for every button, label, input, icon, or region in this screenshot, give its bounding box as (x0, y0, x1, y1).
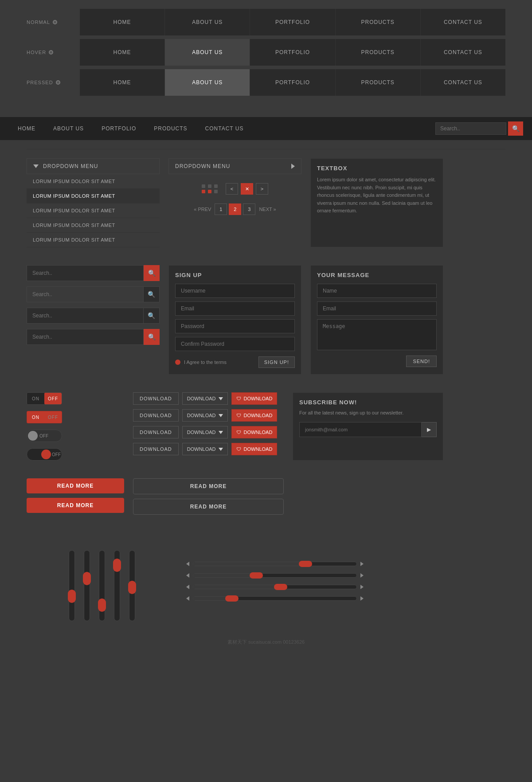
dl-btn-1-2[interactable]: DOWNLOAD (182, 392, 228, 405)
search-button-1[interactable]: 🔍 (144, 265, 160, 281)
v-slider-thumb-4[interactable] (113, 559, 121, 572)
h-slider-thumb-4[interactable] (225, 595, 239, 602)
h-slider-left-arrow-2[interactable] (186, 573, 189, 578)
dropdown-item-1-3[interactable]: LORUM IPSUM DOLOR SIT AMET (27, 203, 160, 218)
full-nav-about[interactable]: ABOUT US (44, 117, 93, 140)
v-slider-4[interactable] (114, 550, 120, 621)
h-slider-right-arrow-1[interactable] (360, 562, 364, 566)
dropdown-item-1-5[interactable]: LORUM IPSUM DOLOR SIT AMET (27, 233, 160, 247)
dl-btn-1-1[interactable]: DOWNLOAD (133, 392, 179, 405)
full-nav-portfolio[interactable]: PORTFOLIO (93, 117, 145, 140)
h-slider-right-arrow-2[interactable] (360, 573, 364, 578)
nav-item-products-normal[interactable]: PRODUCTS (336, 9, 421, 35)
full-nav-home[interactable]: HOME (9, 117, 44, 140)
message-name-field[interactable] (317, 284, 437, 298)
nav-item-portfolio-normal[interactable]: PORTFOLIO (250, 9, 335, 35)
read-more-btn-red-2[interactable]: READ MORE (27, 498, 124, 513)
signup-email-field[interactable] (175, 301, 295, 316)
nav-item-about-normal[interactable]: ABOUT US (165, 9, 250, 35)
message-email-field[interactable] (317, 301, 437, 316)
message-textarea[interactable] (317, 319, 437, 350)
page-2-btn[interactable]: 2 (229, 203, 241, 215)
dl-btn-4-2[interactable]: DOWNLOAD (182, 443, 228, 455)
v-slider-thumb-1[interactable] (68, 590, 76, 603)
nav-item-home-pressed[interactable]: HOME (80, 69, 165, 96)
toggle-1[interactable]: ON OFF (27, 392, 62, 405)
search-input-3[interactable] (27, 308, 144, 324)
nav-item-home-normal[interactable]: HOME (80, 9, 165, 35)
nav-item-contact-hover[interactable]: CONTACT US (421, 39, 505, 66)
pg-right-arrow[interactable]: > (256, 183, 268, 195)
search-button-3[interactable]: 🔍 (144, 308, 160, 324)
subscribe-email-input[interactable] (299, 422, 422, 437)
search-input-4[interactable] (27, 329, 144, 345)
dl-btn-2-3[interactable]: 🛡 DOWNLOAD (231, 409, 278, 422)
dl-btn-1-3[interactable]: 🛡 DOWNLOAD (231, 392, 278, 405)
page-1-btn[interactable]: 1 (215, 203, 227, 215)
prev-label[interactable]: « PREV (192, 207, 213, 212)
h-slider-thumb-3[interactable] (274, 584, 287, 590)
nav-item-products-pressed[interactable]: PRODUCTS (336, 69, 421, 96)
nav-item-portfolio-hover[interactable]: PORTFOLIO (250, 39, 335, 66)
v-slider-thumb-5[interactable] (128, 581, 136, 594)
dropdown-header-2[interactable]: DROPDOWN MENU (168, 158, 301, 174)
pg-left-arrow[interactable]: < (226, 183, 238, 195)
signup-password-field[interactable] (175, 319, 295, 333)
nav-item-home-hover[interactable]: HOME (80, 39, 165, 66)
signup-button[interactable]: SIGN UP! (258, 356, 295, 368)
nav-item-about-pressed[interactable]: ABOUT US (165, 69, 250, 96)
toggle-pill-2[interactable]: OFF (27, 448, 62, 461)
full-nav-contact[interactable]: CONTACT US (196, 117, 253, 140)
v-slider-thumb-3[interactable] (98, 598, 106, 612)
dl-btn-2-2[interactable]: DOWNLOAD (182, 409, 228, 422)
read-more-btn-dark-2[interactable]: READ MORE (133, 499, 284, 515)
send-button[interactable]: SEND! (406, 356, 437, 367)
dl-btn-2-1[interactable]: DOWNLOAD (133, 409, 179, 422)
v-slider-thumb-2[interactable] (83, 572, 91, 585)
v-slider-2[interactable] (84, 550, 90, 621)
v-slider-5[interactable] (129, 550, 135, 621)
h-slider-thumb-2[interactable] (250, 572, 263, 579)
nav-item-about-hover[interactable]: ABOUT US (165, 39, 250, 66)
dropdown-item-1-1[interactable]: LORUM IPSUM DOLOR SIT AMET (27, 174, 160, 189)
next-label[interactable]: NEXT » (257, 207, 278, 212)
dl-btn-4-3[interactable]: 🛡 DOWNLOAD (231, 443, 278, 455)
dropdown-item-1-4[interactable]: LORUM IPSUM DOLOR SIT AMET (27, 218, 160, 233)
nav-item-portfolio-pressed[interactable]: PORTFOLIO (250, 69, 335, 96)
dl-btn-4-1[interactable]: DOWNLOAD (133, 443, 179, 455)
page-3-btn[interactable]: 3 (243, 203, 255, 215)
signup-confirm-field[interactable] (175, 337, 295, 351)
full-nav-products[interactable]: PRODUCTS (145, 117, 196, 140)
h-slider-left-arrow-4[interactable] (186, 596, 189, 601)
nav-item-products-hover[interactable]: PRODUCTS (336, 39, 421, 66)
h-slider-track-1[interactable] (193, 562, 357, 566)
full-nav-search-button[interactable]: 🔍 (508, 121, 523, 136)
search-input-2[interactable] (27, 286, 144, 302)
h-slider-track-4[interactable] (193, 596, 357, 601)
h-slider-right-arrow-3[interactable] (360, 585, 364, 589)
dl-btn-3-3[interactable]: 🛡 DOWNLOAD (231, 426, 278, 438)
dl-btn-3-2[interactable]: DOWNLOAD (182, 426, 228, 438)
search-button-4[interactable]: 🔍 (144, 329, 160, 345)
dl-btn-3-1[interactable]: DOWNLOAD (133, 426, 179, 438)
h-slider-thumb-1[interactable] (299, 561, 312, 567)
search-button-2[interactable]: 🔍 (144, 286, 160, 302)
h-slider-left-arrow-1[interactable] (186, 562, 189, 566)
dropdown-item-1-2[interactable]: LORUM IPSUM DOLOR SIT AMET (27, 189, 160, 203)
nav-item-contact-normal[interactable]: CONTACT US (421, 9, 505, 35)
read-more-btn-dark-1[interactable]: READ MORE (133, 478, 284, 494)
dropdown-header-1[interactable]: DROPDOWN MENU (27, 158, 160, 174)
h-slider-left-arrow-3[interactable] (186, 585, 189, 589)
read-more-btn-red-1[interactable]: READ MORE (27, 478, 124, 493)
h-slider-right-arrow-4[interactable] (360, 596, 364, 601)
search-input-1[interactable] (27, 265, 144, 281)
v-slider-1[interactable] (69, 550, 75, 621)
subscribe-button[interactable]: ▶ (422, 422, 437, 437)
toggle-2[interactable]: ON OFF (27, 411, 62, 423)
toggle-pill-1[interactable]: OFF (27, 430, 62, 442)
full-nav-search-input[interactable] (435, 122, 506, 135)
h-slider-track-2[interactable] (193, 573, 357, 578)
v-slider-3[interactable] (99, 550, 105, 621)
h-slider-track-3[interactable] (193, 585, 357, 589)
pg-x-btn[interactable]: ✕ (241, 183, 253, 195)
